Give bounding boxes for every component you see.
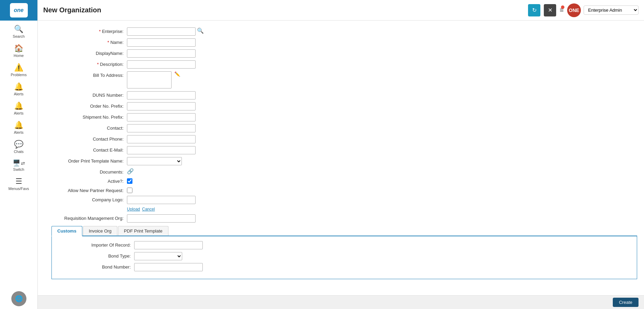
bond-type-label: Bond Type: — [59, 252, 134, 259]
user-info: ONE Enterprise Admin — [567, 3, 639, 17]
contact-email-input[interactable] — [127, 146, 196, 154]
enterprise-row: Enterprise: 🔍 — [51, 27, 637, 36]
user-role-select[interactable]: Enterprise Admin — [584, 5, 639, 15]
chat-icon: 💬 — [14, 140, 23, 149]
importer-of-record-row: Importer Of Record: — [59, 241, 637, 249]
contact-label: Contact: — [51, 124, 127, 131]
name-input[interactable] — [127, 38, 196, 47]
name-row: Name: — [51, 38, 637, 47]
create-button[interactable]: Create — [613, 298, 639, 307]
tab-invoice-org[interactable]: Invoice Org — [83, 226, 117, 236]
cancel-link[interactable]: Cancel — [142, 207, 155, 212]
close-button[interactable]: ✕ — [544, 4, 556, 16]
menu-button[interactable]: ≡ — [560, 6, 564, 14]
order-prefix-input[interactable] — [127, 102, 196, 110]
bond-type-select[interactable] — [134, 252, 182, 260]
sidebar-item-alerts3[interactable]: 🔔 Alerts — [0, 118, 37, 137]
allow-partner-label: Allow New Partner Request: — [51, 187, 127, 193]
sidebar: one 🔍 Search 🏠 Home ⚠️ Problems 🔔 Alerts… — [0, 0, 38, 309]
sidebar-item-label: Problems — [11, 73, 26, 77]
description-input[interactable] — [127, 60, 196, 69]
bond-number-input[interactable] — [134, 263, 203, 271]
search-icon: 🔍 — [197, 28, 204, 34]
order-print-template-label: Order Print Template Name: — [51, 157, 127, 164]
contact-phone-input[interactable] — [127, 135, 196, 143]
active-row: Active?: — [51, 177, 637, 184]
sidebar-item-label: Alerts — [14, 130, 23, 134]
sidebar-item-alerts2[interactable]: 🔔 Alerts — [0, 99, 37, 118]
tab-customs[interactable]: Customs — [51, 226, 82, 236]
bill-to-address-row: Bill To Address: ✏️ — [51, 71, 637, 88]
bell-icon-3: 🔔 — [14, 121, 23, 130]
tab-pdf-print-template[interactable]: PDF Print Template — [118, 226, 168, 236]
contact-phone-label: Contact Phone: — [51, 135, 127, 142]
sidebar-item-chats[interactable]: 💬 Chats — [0, 137, 37, 156]
contact-email-row: Contact E-Mail: — [51, 146, 637, 154]
company-logo-row: Company Logo: — [51, 196, 637, 204]
contact-input[interactable] — [127, 124, 196, 132]
order-prefix-label: Order No. Prefix: — [51, 102, 127, 109]
refresh-button[interactable]: ↻ — [528, 4, 540, 16]
displayname-input[interactable] — [127, 49, 196, 58]
bond-number-row: Bond Number: — [59, 263, 637, 271]
avatar-icon: 🌐 — [15, 295, 23, 302]
bottom-bar: Create — [38, 295, 644, 309]
shipment-prefix-row: Shipment No. Prefix: — [51, 113, 637, 121]
user-avatar: ONE — [567, 3, 581, 17]
company-logo-label: Company Logo: — [51, 196, 127, 202]
description-label: Description: — [51, 60, 127, 67]
user-avatar-sidebar[interactable]: 🌐 — [11, 291, 26, 306]
sidebar-item-label: Alerts — [14, 111, 23, 115]
sidebar-item-menusfavs[interactable]: ☰ Menus/Favs — [0, 174, 37, 193]
description-row: Description: — [51, 60, 637, 69]
menu-icon: ☰ — [15, 177, 22, 186]
duns-input[interactable] — [127, 91, 196, 99]
contact-phone-row: Contact Phone: — [51, 135, 637, 143]
upload-spacer — [51, 207, 127, 208]
order-print-template-row: Order Print Template Name: — [51, 157, 637, 165]
topbar: New Organization ↻ ✕ ≡ ONE Enterprise Ad… — [38, 0, 644, 21]
bell-icon: 🔔 — [14, 82, 23, 91]
duns-label: DUNS Number: — [51, 91, 127, 98]
sidebar-item-home[interactable]: 🏠 Home — [0, 41, 37, 60]
bill-to-address-edit-button[interactable]: ✏️ — [173, 71, 182, 77]
active-checkbox[interactable] — [127, 178, 132, 184]
sidebar-logo[interactable]: one — [0, 0, 37, 21]
allow-partner-checkbox[interactable] — [127, 188, 132, 193]
app-logo: one — [10, 3, 28, 17]
sidebar-item-label: Home — [14, 54, 24, 58]
sidebar-item-label: Switch — [13, 167, 24, 171]
enterprise-input[interactable] — [127, 27, 196, 36]
shipment-prefix-label: Shipment No. Prefix: — [51, 113, 127, 120]
allow-partner-row: Allow New Partner Request: — [51, 187, 637, 193]
sidebar-item-problems[interactable]: ⚠️ Problems — [0, 60, 37, 80]
tabs-row: Customs Invoice Org PDF Print Template — [51, 226, 637, 236]
order-prefix-row: Order No. Prefix: — [51, 102, 637, 110]
req-mgmt-org-input[interactable] — [127, 214, 196, 223]
sidebar-item-label: Menus/Favs — [9, 187, 29, 191]
bill-to-address-label: Bill To Address: — [51, 71, 127, 78]
customs-tab-content: Importer Of Record: Bond Type: Bond Numb… — [51, 236, 637, 279]
bill-to-address-textarea[interactable] — [127, 71, 172, 88]
documents-link-icon[interactable]: 🔗 — [127, 168, 134, 175]
bell-icon-2: 🔔 — [14, 102, 23, 110]
main-area: New Organization ↻ ✕ ≡ ONE Enterprise Ad… — [38, 0, 644, 309]
enterprise-search-button[interactable]: 🔍 — [196, 27, 205, 34]
bond-number-label: Bond Number: — [59, 263, 134, 270]
sidebar-item-alerts1[interactable]: 🔔 Alerts — [0, 80, 37, 99]
sidebar-item-label: Chats — [14, 150, 24, 154]
importer-of-record-input[interactable] — [134, 241, 203, 249]
shipment-prefix-input[interactable] — [127, 113, 196, 121]
documents-label: Documents: — [51, 168, 127, 175]
displayname-label: DisplayName: — [51, 49, 127, 56]
sidebar-item-switch[interactable]: 🖥️ ⇄ Switch — [0, 156, 37, 174]
upload-link[interactable]: Upload — [127, 207, 140, 212]
company-logo-input[interactable] — [127, 196, 196, 204]
sidebar-item-label: Alerts — [14, 92, 23, 96]
req-mgmt-org-row: Requisition Management Org: — [51, 214, 637, 223]
contact-email-label: Contact E-Mail: — [51, 146, 127, 153]
sidebar-item-search[interactable]: 🔍 Search — [0, 22, 37, 41]
displayname-row: DisplayName: — [51, 49, 637, 58]
name-label: Name: — [51, 38, 127, 45]
order-print-template-select[interactable] — [127, 157, 182, 165]
